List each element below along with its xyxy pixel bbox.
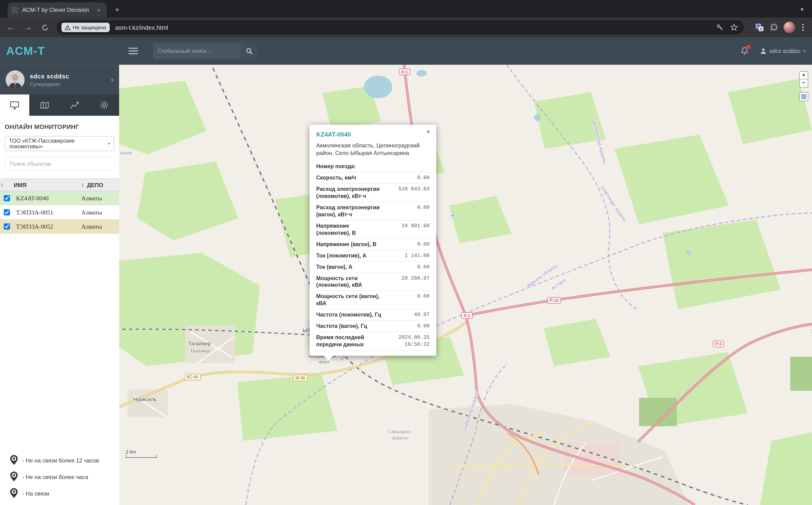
monitor-icon — [10, 101, 19, 109]
popup-row: Время последней передачи данных2024.06.2… — [316, 332, 430, 350]
user-menu-label: sdcs scddsc — [770, 48, 800, 54]
browser-profile-avatar[interactable] — [784, 22, 795, 33]
tab-strip: ACM-T by Clever Decision × + ▾ — [0, 0, 812, 17]
global-search-input[interactable] — [153, 43, 241, 59]
tab-monitoring[interactable] — [0, 95, 30, 116]
user-menu-caret-icon: ▾ — [803, 49, 805, 53]
map-canvas[interactable]: А-1 А-1 Р-10 Р-4 КС-49 М-36 ымак Талапке… — [119, 65, 812, 505]
row-checkbox[interactable] — [4, 209, 10, 215]
legend-label: - На связи — [22, 490, 49, 497]
place-label: Нуресиль — [133, 396, 157, 402]
warning-icon — [65, 25, 71, 30]
toolbar-right — [751, 22, 807, 33]
zoom-out-button[interactable]: − — [799, 79, 808, 88]
row-checkbox[interactable] — [4, 223, 10, 229]
tab-close-icon[interactable]: × — [95, 6, 103, 14]
place-label-alt: Талапкер — [190, 348, 210, 353]
tab-map[interactable] — [30, 95, 59, 116]
tab-search-chevron-icon[interactable]: ▾ — [797, 4, 807, 15]
browser-window: ACM-T by Clever Decision × + ▾ ← → Не за… — [0, 0, 812, 505]
table-row[interactable]: ТЭП33А-0051 Алматы — [0, 205, 119, 219]
layers-button[interactable] — [799, 92, 808, 101]
layers-icon — [801, 94, 806, 99]
object-name[interactable]: ТЭП33А-0052 — [13, 219, 81, 233]
back-button[interactable]: ← — [5, 21, 17, 33]
global-search-button[interactable] — [241, 43, 257, 59]
profile-name: sdcs scddsc — [30, 73, 111, 80]
objects-table: ▲▼ ИМЯ ▲▼ДЕПО KZ4AT-0040 Алматы ТЭП33А-0… — [0, 179, 119, 234]
popup-row: Скорость, км/ч0.00 — [316, 172, 430, 184]
bookmark-star-icon[interactable] — [729, 22, 739, 33]
organization-select-value: ТОО «КТЖ-Пассажирские локомотивы» — [9, 138, 108, 149]
object-name[interactable]: ТЭП33А-0051 — [13, 205, 81, 219]
object-info-popup: KZ4AT-0040 × Акмолинская область, Целино… — [309, 125, 436, 356]
table-row[interactable]: KZ4AT-0040 Алматы — [0, 191, 119, 205]
zoom-in-button[interactable]: + — [799, 71, 808, 79]
tab-reports[interactable] — [59, 95, 89, 116]
password-key-icon[interactable] — [715, 22, 725, 33]
browser-toolbar: ← → Не защищено asm-t.kz/index.html — [0, 17, 812, 37]
legend-label: - Не на связи более часа — [22, 474, 88, 480]
marker-green-icon — [10, 488, 18, 499]
object-name[interactable]: KZ4AT-0040 — [13, 191, 81, 205]
global-search — [153, 43, 257, 59]
object-depot: Алматы — [81, 191, 119, 205]
column-depot-label: ДЕПО — [87, 182, 103, 188]
popup-row: Напряжение (вагон), В0.00 — [316, 239, 430, 250]
panel-title: ОНЛАЙН МОНИТОРИНГ — [5, 123, 114, 130]
select-caret-icon: ▾ — [108, 141, 110, 146]
legend-item-online: - На связи — [6, 488, 99, 499]
notifications-bell-icon[interactable] — [739, 46, 750, 56]
objects-table-header: ▲▼ ИМЯ ▲▼ДЕПО — [0, 179, 119, 191]
map-scale: 2 km — [126, 449, 157, 458]
district-label: Сарыарка — [388, 429, 411, 434]
person-icon — [760, 48, 767, 54]
status-legend: - Не на связи более 12 часов - Не на свя… — [6, 450, 99, 499]
translate-icon[interactable] — [754, 22, 765, 33]
sort-column-checkbox[interactable]: ▲▼ — [0, 179, 13, 191]
object-depot: Алматы — [81, 219, 119, 233]
column-name-label: ИМЯ — [14, 182, 27, 188]
popup-title: KZ4AT-0040 — [316, 131, 430, 138]
profile-block[interactable]: sdcs scddsc Суперадмин ▾ — [0, 65, 119, 95]
address-bar[interactable]: Не защищено asm-t.kz/index.html — [57, 20, 744, 34]
user-menu[interactable]: sdcs scddsc ▾ — [760, 48, 805, 54]
popup-row: Мощность сети (вагон), кВА0.00 — [316, 291, 430, 310]
forward-button[interactable]: → — [22, 21, 34, 33]
road-badge: Р-4 — [713, 341, 724, 347]
browser-tab[interactable]: ACM-T by Clever Decision × — [8, 2, 107, 17]
hamburger-menu-icon[interactable] — [128, 45, 139, 57]
popup-rows: Номер поезда: Скорость, км/ч0.00 Расход … — [316, 161, 430, 350]
column-header-name[interactable]: ИМЯ — [13, 179, 81, 191]
row-checkbox[interactable] — [4, 195, 10, 201]
site-favicon — [11, 6, 18, 13]
object-search-input[interactable] — [5, 157, 114, 171]
user-avatar — [6, 70, 25, 89]
road-badge: М-36 — [293, 375, 307, 381]
security-chip[interactable]: Не защищено — [61, 23, 109, 32]
scale-label: 2 km — [126, 449, 157, 455]
notification-badge — [746, 44, 751, 50]
legend-label: - Не на связи более 12 часов — [22, 457, 99, 464]
organization-select[interactable]: ТОО «КТЖ-Пассажирские локомотивы» ▾ — [5, 136, 114, 151]
popup-row: Частота (вагон), Гц0.00 — [316, 321, 430, 332]
security-label: Не защищено — [73, 25, 106, 30]
legend-item-offline-1h: - Не на связи более часа — [6, 472, 99, 483]
popup-row: Расход электроэнергии (вагон), кВт·ч0.00 — [316, 202, 430, 221]
map-tiles — [119, 65, 812, 505]
reload-button[interactable] — [39, 21, 51, 33]
popup-row: Мощность сети (локомотив), кВА28 260.97 — [316, 273, 430, 291]
app-header: ACM-T sdcs scddsc ▾ — [0, 37, 812, 65]
url-text[interactable]: asm-t.kz/index.html — [115, 24, 711, 31]
table-row[interactable]: ТЭП33А-0052 Алматы — [0, 219, 119, 233]
header-right: sdcs scddsc ▾ — [739, 46, 805, 56]
popup-close-icon[interactable]: × — [424, 128, 432, 136]
tab-settings[interactable] — [89, 95, 119, 116]
profile-caret-icon[interactable]: ▾ — [111, 77, 113, 82]
column-header-depot[interactable]: ▲▼ДЕПО — [81, 179, 119, 191]
browser-menu-icon[interactable] — [799, 22, 807, 33]
app-logo[interactable]: ACM-T — [0, 44, 119, 58]
new-tab-button[interactable]: + — [112, 4, 123, 16]
extensions-icon[interactable] — [769, 22, 779, 33]
road-badge: Р-10 — [547, 297, 561, 304]
